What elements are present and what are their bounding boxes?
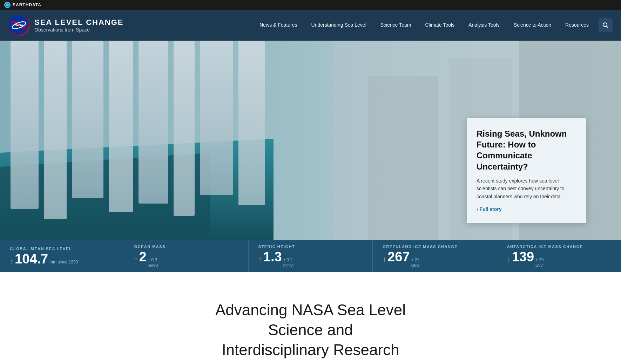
stat-value-row-global-mean-sea-level: ↑ 104.7 mm since 1993 [10,252,114,266]
nav-item-climate-tools[interactable]: Climate Tools [418,10,461,41]
svg-point-1 [6,4,9,6]
feature-card-link[interactable]: › Full story [477,206,502,212]
stat-number-steric-height: 1.3 [263,250,282,263]
stats-bar: GLOBAL MEAN SEA LEVEL ↑ 104.7 mm since 1… [0,240,621,272]
main-content: Advancing NASA Sea Level Science and Int… [0,272,621,364]
nav-item-understanding-sea-level[interactable]: Understanding Sea Level [304,10,373,41]
stat-unit-top-steric-height: ± 0.2 [283,257,294,263]
stat-arrow-greenland-ice-mass: ↓ [383,255,386,262]
site-title-main: SEA LEVEL CHANGE [34,18,123,27]
stat-label-global-mean-sea-level: GLOBAL MEAN SEA LEVEL [10,247,114,251]
stat-unit-top-global-mean-sea-level: mm since 1993 [49,260,78,265]
stat-item-ocean-mass[interactable]: OCEAN MASS ↑ 2 ± 0.3mm/yr [124,240,248,272]
search-button[interactable] [599,18,613,32]
stat-label-antarctica-ice-mass: ANTARCTICA ICE MASS CHANGE [507,245,611,249]
stat-value-row-steric-height: ↑ 1.3 ± 0.2mm/yr [258,250,363,268]
stat-label-steric-height: STERIC HEIGHT [258,245,363,249]
stat-arrow-steric-height: ↑ [258,255,262,262]
stat-unit-bot-antarctica-ice-mass: Gt/yr [535,263,544,268]
nav-item-news-features[interactable]: News & Features [252,10,304,41]
main-heading: Advancing NASA Sea Level Science and Int… [188,300,433,360]
stat-unit-bot-steric-height: mm/yr [283,263,294,268]
stat-value-row-greenland-ice-mass: ↓ 267 ± 21Gt/yr [383,250,487,268]
stat-unit-top-antarctica-ice-mass: ± 39 [535,257,544,263]
feature-card: Rising Seas, Unknown Future: How to Comm… [467,118,586,223]
stat-unit-bot-greenland-ice-mass: Gt/yr [411,263,420,268]
stat-unit-bot-ocean-mass: mm/yr [148,263,159,268]
feature-card-title: Rising Seas, Unknown Future: How to Comm… [477,128,576,172]
site-header: NASA SEA LEVEL CHANGE Observations from … [0,10,621,41]
stat-arrow-ocean-mass: ↑ [134,255,137,262]
nav-item-resources[interactable]: Resources [558,10,596,41]
stat-item-global-mean-sea-level[interactable]: GLOBAL MEAN SEA LEVEL ↑ 104.7 mm since 1… [0,240,124,272]
earthdata-bar: EARTHDATA [0,0,621,10]
nav-item-science-team[interactable]: Science Team [373,10,418,41]
feature-card-body: A recent study explores how sea level sc… [477,177,576,200]
stat-arrow-global-mean-sea-level: ↑ [10,257,13,265]
earthdata-label: EARTHDATA [13,2,41,7]
site-title-sub: Observations from Space [34,27,123,33]
stat-label-ocean-mass: OCEAN MASS [134,245,238,249]
stat-value-row-antarctica-ice-mass: ↓ 139 ± 39Gt/yr [507,250,611,268]
main-heading-line1: Advancing NASA Sea Level Science and [215,301,406,338]
nav-item-analysis-tools[interactable]: Analysis Tools [461,10,506,41]
site-title: SEA LEVEL CHANGE Observations from Space [34,18,123,33]
stat-item-steric-height[interactable]: STERIC HEIGHT ↑ 1.3 ± 0.2mm/yr [249,240,373,272]
logo-link[interactable]: NASA SEA LEVEL CHANGE Observations from … [8,15,123,36]
nasa-logo: NASA [8,15,29,36]
stat-number-ocean-mass: 2 [139,250,146,263]
stat-unit-top-ocean-mass: ± 0.3 [148,257,159,263]
stat-number-antarctica-ice-mass: 139 [512,250,534,263]
main-nav: News & Features Understanding Sea Level … [252,10,613,41]
main-heading-line2: Interdisciplinary Research [222,341,399,358]
earthdata-dot-icon [4,2,11,8]
stat-number-greenland-ice-mass: 267 [387,250,410,263]
stat-item-greenland-ice-mass[interactable]: GREENLAND ICE MASS CHANGE ↓ 267 ± 21Gt/y… [373,240,497,272]
stat-arrow-antarctica-ice-mass: ↓ [507,255,511,262]
svg-text:NASA: NASA [15,23,23,27]
svg-line-6 [607,26,608,28]
hero-section: Rising Seas, Unknown Future: How to Comm… [0,41,621,240]
stat-unit-top-greenland-ice-mass: ± 21 [411,257,420,263]
nav-item-science-to-action[interactable]: Science to Action [507,10,558,41]
stat-value-row-ocean-mass: ↑ 2 ± 0.3mm/yr [134,250,238,268]
stat-item-antarctica-ice-mass[interactable]: ANTARCTICA ICE MASS CHANGE ↓ 139 ± 39Gt/… [497,240,621,272]
stat-label-greenland-ice-mass: GREENLAND ICE MASS CHANGE [383,245,487,249]
stat-number-global-mean-sea-level: 104.7 [15,252,48,266]
